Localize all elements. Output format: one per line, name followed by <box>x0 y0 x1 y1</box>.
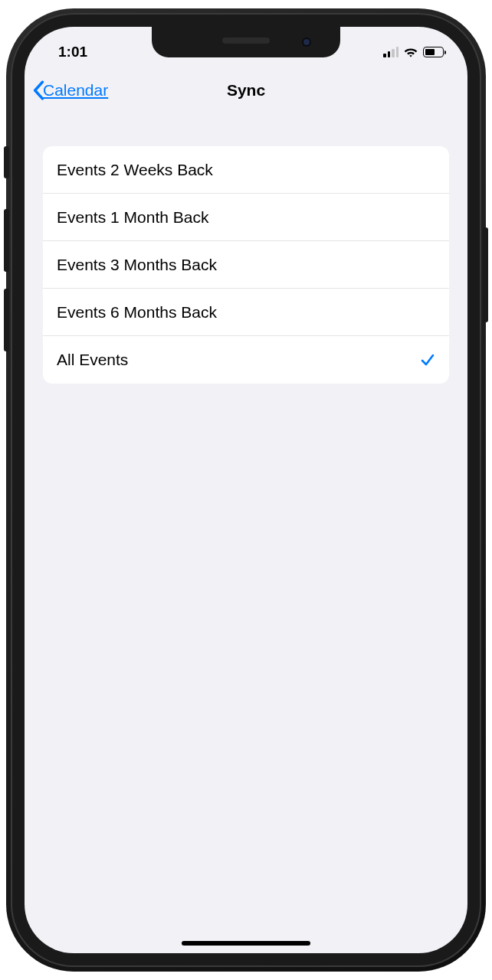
sync-option-6-months[interactable]: Events 6 Months Back <box>43 289 449 336</box>
status-time: 1:01 <box>58 44 87 60</box>
option-label: Events 6 Months Back <box>57 303 217 322</box>
content-area: Events 2 Weeks Back Events 1 Month Back … <box>25 113 467 384</box>
battery-icon <box>423 47 446 57</box>
option-label: Events 1 Month Back <box>57 208 208 227</box>
sync-option-2-weeks[interactable]: Events 2 Weeks Back <box>43 146 449 194</box>
mute-switch <box>4 146 9 178</box>
page-title: Sync <box>227 81 265 100</box>
speaker-grille <box>222 38 270 44</box>
front-camera <box>302 38 311 47</box>
cellular-signal-icon <box>383 47 399 57</box>
back-label: Calendar <box>43 81 108 100</box>
option-label: Events 3 Months Back <box>57 256 217 274</box>
sync-options-list: Events 2 Weeks Back Events 1 Month Back … <box>43 146 449 384</box>
device-frame: 1:01 Cale <box>11 13 481 967</box>
screen: 1:01 Cale <box>25 27 467 953</box>
wifi-icon <box>403 47 418 57</box>
notch <box>152 27 340 57</box>
nav-bar: Calendar Sync <box>25 68 467 113</box>
home-indicator[interactable] <box>182 941 310 946</box>
power-button <box>483 227 488 322</box>
sync-option-3-months[interactable]: Events 3 Months Back <box>43 241 449 289</box>
option-label: All Events <box>57 351 128 369</box>
back-button[interactable]: Calendar <box>32 80 108 100</box>
checkmark-icon <box>420 352 435 368</box>
option-label: Events 2 Weeks Back <box>57 161 213 179</box>
sync-option-all-events[interactable]: All Events <box>43 336 449 384</box>
volume-down-button <box>4 289 9 351</box>
sync-option-1-month[interactable]: Events 1 Month Back <box>43 194 449 241</box>
status-icons <box>383 47 449 57</box>
volume-up-button <box>4 209 9 272</box>
